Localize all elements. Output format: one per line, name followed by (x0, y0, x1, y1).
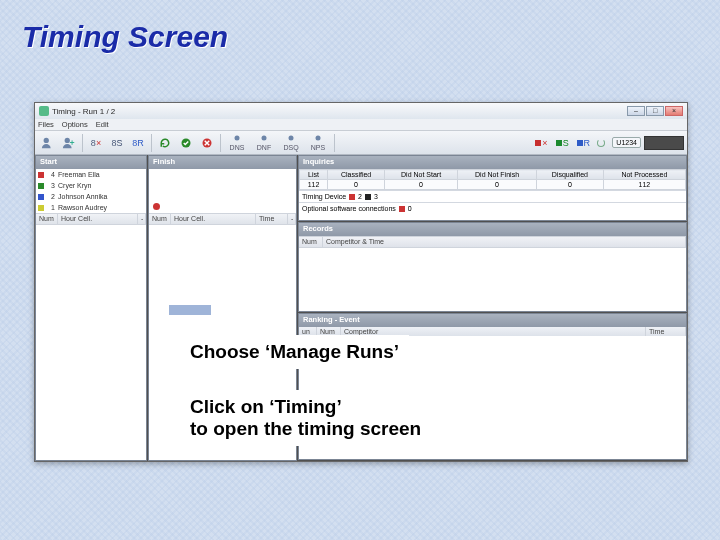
menu-bar: Files Options Edit (35, 119, 687, 131)
flag-red-icon (535, 140, 541, 146)
start-name: Johnson Annika (58, 193, 144, 200)
start-num: 4 (47, 171, 55, 178)
start-row[interactable]: 2Johnson Annika (36, 191, 146, 202)
highlighted-cell[interactable] (169, 305, 211, 315)
col-num[interactable]: Num (299, 237, 323, 247)
toolbar: 8× 8S 8R DNS DNF DSQ NPS × S R U1234 (35, 131, 687, 155)
timing-device-label: Timing Device (302, 193, 346, 200)
start-grid-body[interactable] (36, 225, 146, 460)
start-row[interactable]: 1Rawson Audrey (36, 202, 146, 213)
col-num[interactable]: Num (149, 214, 171, 224)
slide-title: Timing Screen (22, 20, 228, 54)
dot-black-icon (365, 194, 371, 200)
col-competitor-time[interactable]: Competitor & Time (323, 237, 686, 247)
timing-device-row: Timing Device 2 3 (299, 190, 686, 202)
col-time[interactable]: Time (646, 327, 686, 336)
flag-icon (38, 172, 44, 178)
menu-files[interactable]: Files (38, 120, 54, 129)
app-icon (39, 106, 49, 116)
inq-col-np[interactable]: Not Processed (603, 170, 685, 180)
inq-val-list: 112 (300, 180, 328, 190)
inq-col-dsq[interactable]: Disqualified (537, 170, 604, 180)
col-hour[interactable]: Hour Cell. (171, 214, 256, 224)
col-spacer: - (288, 214, 296, 224)
eight-s-button[interactable]: 8S (107, 133, 127, 153)
confirm-button[interactable] (176, 133, 196, 153)
records-body[interactable] (299, 248, 686, 311)
inq-col-list[interactable]: List (300, 170, 328, 180)
user-dns-button[interactable]: DNS (224, 133, 250, 153)
minimize-button[interactable]: – (627, 106, 645, 116)
svg-point-0 (44, 137, 49, 142)
eight-x-button[interactable]: 8× (86, 133, 106, 153)
user-dnf-button[interactable]: DNF (251, 133, 277, 153)
inquiries-pane: Inquiries List Classified Did Not Start … (298, 155, 687, 221)
start-row[interactable]: 4Freeman Ella (36, 169, 146, 180)
refresh-button[interactable] (155, 133, 175, 153)
inq-col-classified[interactable]: Classified (328, 170, 385, 180)
user-add-button[interactable] (59, 133, 79, 153)
inq-col-dns[interactable]: Did Not Start (385, 170, 458, 180)
records-column-headers: Num Competitor & Time (299, 236, 686, 248)
window-title: Timing - Run 1 / 2 (52, 107, 115, 116)
optional-conn-value: 0 (408, 205, 412, 212)
inq-val-dsq: 0 (537, 180, 604, 190)
code-field[interactable]: U1234 (612, 137, 641, 148)
inquiries-header: Inquiries (299, 156, 686, 169)
flag-icon (38, 205, 44, 211)
flag-s-button[interactable]: S (552, 133, 572, 153)
inq-val-classified: 0 (328, 180, 385, 190)
timing-device-value-a: 2 (358, 193, 362, 200)
svg-point-1 (65, 137, 70, 142)
user-dsq-button[interactable]: DSQ (278, 133, 304, 153)
start-name: Cryer Kryn (58, 182, 144, 189)
menu-edit[interactable]: Edit (96, 120, 109, 129)
close-button[interactable]: × (665, 106, 683, 116)
col-num[interactable]: Num (36, 214, 58, 224)
col-time[interactable]: Time (256, 214, 288, 224)
svg-point-8 (288, 135, 293, 140)
start-name: Rawson Audrey (58, 204, 144, 211)
maximize-button[interactable]: □ (646, 106, 664, 116)
start-pane: Start 4Freeman Ella 3Cryer Kryn 2Johnson… (35, 155, 147, 461)
dark-panel (644, 136, 684, 150)
start-name: Freeman Ella (58, 171, 144, 178)
dot-red-icon (349, 194, 355, 200)
flag-icon (38, 183, 44, 189)
start-num: 3 (47, 182, 55, 189)
dot-red-icon (399, 206, 405, 212)
timing-device-value-b: 3 (374, 193, 378, 200)
users-button[interactable] (38, 133, 58, 153)
col-hour[interactable]: Hour Cell. (58, 214, 138, 224)
finish-column-headers: Num Hour Cell. Time - (149, 213, 296, 225)
start-num: 1 (47, 204, 55, 211)
callout-line2: to open the timing screen (190, 418, 421, 440)
cancel-button[interactable] (197, 133, 217, 153)
flag-x-button[interactable]: × (531, 133, 551, 153)
finish-top-area (149, 169, 296, 213)
start-header: Start (36, 156, 146, 169)
sync-icon (597, 139, 605, 147)
menu-options[interactable]: Options (62, 120, 88, 129)
optional-conn-row: Optional software connections 0 (299, 202, 686, 214)
record-dot-icon (153, 203, 160, 210)
flag-r-button[interactable]: R (573, 133, 593, 153)
callout-manage-runs: Choose ‘Manage Runs’ (180, 335, 409, 369)
flag-green-icon (556, 140, 562, 146)
records-header: Records (299, 223, 686, 236)
callout-timing: Click on ‘Timing’ to open the timing scr… (180, 390, 431, 446)
eight-r-button[interactable]: 8R (128, 133, 148, 153)
start-num: 2 (47, 193, 55, 200)
inq-col-dnf[interactable]: Did Not Finish (457, 170, 536, 180)
svg-point-9 (316, 135, 321, 140)
svg-point-7 (261, 135, 266, 140)
inq-val-np: 112 (603, 180, 685, 190)
user-nps-button[interactable]: NPS (305, 133, 331, 153)
callout-line1: Click on ‘Timing’ (190, 396, 421, 418)
start-row[interactable]: 3Cryer Kryn (36, 180, 146, 191)
window-titlebar: Timing - Run 1 / 2 – □ × (35, 103, 687, 119)
svg-point-6 (235, 135, 240, 140)
optional-conn-label: Optional software connections (302, 205, 396, 212)
col-spacer: - (138, 214, 146, 224)
start-column-headers: Num Hour Cell. - (36, 213, 146, 225)
